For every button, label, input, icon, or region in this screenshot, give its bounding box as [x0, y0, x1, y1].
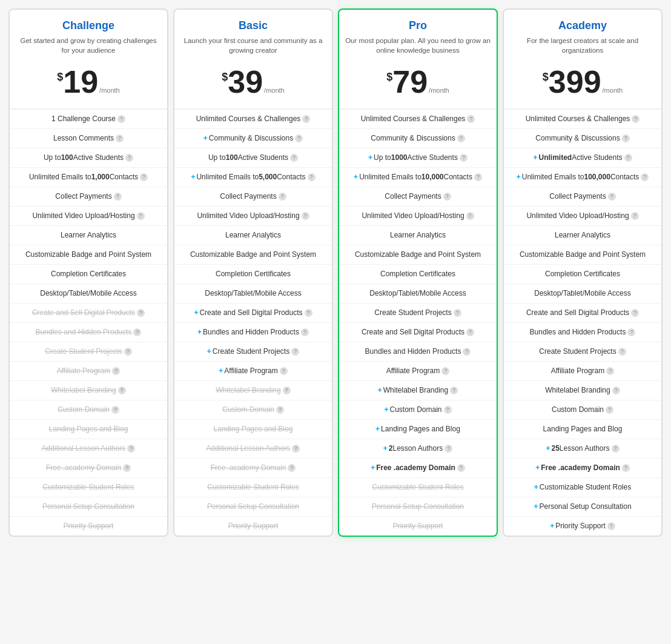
feature-item-challenge-0: 1 Challenge Course ? — [10, 109, 167, 128]
question-icon-basic-15[interactable]: ? — [276, 406, 284, 414]
question-icon-pro-1[interactable]: ? — [457, 134, 465, 142]
feature-item-challenge-17: Additional Lesson Authors ? — [10, 439, 167, 458]
question-icon-challenge-17[interactable]: ? — [127, 445, 135, 453]
plan-header-basic: BasicLaunch your first course and commun… — [174, 10, 332, 109]
question-icon-academy-17[interactable]: ? — [612, 445, 620, 453]
features-list-challenge: 1 Challenge Course ?Lesson Comments ?Up … — [10, 109, 167, 536]
feature-item-academy-8: Completion Certificates — [504, 264, 661, 284]
feature-item-basic-20: Personal Setup Consultation — [174, 497, 332, 516]
question-icon-academy-15[interactable]: ? — [606, 406, 613, 414]
question-icon-challenge-1[interactable]: ? — [116, 134, 124, 142]
question-icon-pro-2[interactable]: ? — [460, 154, 468, 162]
question-icon-basic-17[interactable]: ? — [292, 445, 300, 453]
question-icon-challenge-15[interactable]: ? — [111, 406, 119, 414]
question-icon-academy-2[interactable]: ? — [624, 154, 632, 162]
question-icon-basic-2[interactable]: ? — [290, 154, 298, 162]
question-icon-basic-13[interactable]: ? — [280, 367, 288, 375]
plan-header-pro: ProOur most popular plan. All you need t… — [339, 10, 497, 109]
price-month-academy: /month — [603, 87, 623, 94]
feature-item-academy-13: Affiliate Program ? — [504, 361, 661, 380]
question-icon-pro-4[interactable]: ? — [443, 193, 451, 201]
question-icon-academy-4[interactable]: ? — [608, 193, 616, 201]
question-icon-challenge-0[interactable]: ? — [117, 115, 125, 123]
question-icon-challenge-11[interactable]: ? — [133, 328, 141, 336]
question-icon-basic-0[interactable]: ? — [302, 115, 310, 123]
question-icon-academy-3[interactable]: ? — [641, 173, 649, 181]
price-number-basic: 39 — [228, 66, 263, 98]
feature-item-challenge-1: Lesson Comments ? — [10, 128, 167, 148]
question-icon-challenge-4[interactable]: ? — [114, 193, 122, 201]
plan-price-academy: $399/month — [510, 58, 655, 102]
bold-text-academy-2: Unlimited — [538, 153, 572, 163]
question-icon-pro-18[interactable]: ? — [457, 464, 465, 472]
plan-header-academy: AcademyFor the largest creators at scale… — [504, 10, 661, 109]
plus-icon-pro-3: + — [354, 173, 358, 182]
bold-text-pro-3: 10,000 — [421, 173, 444, 182]
question-icon-basic-3[interactable]: ? — [308, 173, 316, 181]
question-icon-pro-17[interactable]: ? — [445, 445, 452, 453]
question-icon-academy-12[interactable]: ? — [618, 348, 626, 356]
question-icon-challenge-12[interactable]: ? — [124, 348, 132, 356]
plan-name-basic: Basic — [180, 19, 326, 32]
question-icon-pro-5[interactable]: ? — [466, 212, 474, 220]
feature-item-challenge-3: Unlimited Emails to 1,000 Contacts ? — [10, 167, 167, 187]
question-icon-academy-13[interactable]: ? — [606, 367, 614, 375]
feature-item-academy-15: Custom Domain ? — [504, 400, 661, 419]
feature-item-academy-2: +Unlimited Active Students ? — [504, 148, 661, 167]
feature-item-academy-17: +25 Lesson Authors ? — [504, 439, 661, 458]
question-icon-pro-0[interactable]: ? — [467, 115, 475, 123]
feature-item-challenge-20: Personal Setup Consultation — [10, 497, 167, 516]
feature-item-academy-9: Desktop/Tablet/Mobile Access — [504, 284, 661, 303]
question-icon-pro-3[interactable]: ? — [474, 173, 482, 181]
question-icon-academy-10[interactable]: ? — [631, 309, 639, 317]
question-icon-academy-1[interactable]: ? — [622, 134, 630, 142]
plus-icon-pro-15: + — [384, 405, 388, 415]
plan-col-challenge: ChallengeGet started and grow by creatin… — [8, 8, 168, 537]
question-icon-challenge-18[interactable]: ? — [123, 464, 131, 472]
plan-col-academy: AcademyFor the largest creators at scale… — [503, 8, 663, 537]
plus-icon-basic-13: + — [219, 367, 223, 376]
question-icon-academy-0[interactable]: ? — [632, 115, 640, 123]
feature-item-pro-8: Completion Certificates — [339, 264, 497, 284]
question-icon-basic-10[interactable]: ? — [305, 309, 312, 317]
feature-item-pro-21: Priority Support — [339, 516, 497, 536]
question-icon-challenge-2[interactable]: ? — [125, 154, 133, 162]
feature-item-challenge-14: Whitelabel Branding ? — [10, 380, 167, 400]
question-icon-academy-11[interactable]: ? — [627, 328, 635, 336]
feature-item-challenge-9: Desktop/Tablet/Mobile Access — [10, 284, 167, 303]
feature-item-basic-11: +Bundles and Hidden Products ? — [174, 322, 332, 342]
bold-full-pro-18: Free .academy Domain — [376, 463, 455, 473]
question-icon-pro-13[interactable]: ? — [441, 367, 449, 375]
question-icon-basic-14[interactable]: ? — [283, 387, 291, 394]
question-icon-challenge-14[interactable]: ? — [118, 387, 126, 394]
question-icon-basic-11[interactable]: ? — [301, 328, 309, 336]
question-icon-challenge-13[interactable]: ? — [112, 367, 120, 375]
feature-item-challenge-13: Affiliate Program ? — [10, 361, 167, 380]
feature-item-pro-20: Personal Setup Consultation — [339, 497, 497, 516]
question-icon-academy-21[interactable]: ? — [607, 522, 615, 530]
question-icon-pro-10[interactable]: ? — [454, 309, 461, 317]
price-month-basic: /month — [264, 87, 285, 94]
feature-item-basic-15: Custom Domain ? — [174, 400, 332, 419]
question-icon-pro-12[interactable]: ? — [463, 348, 471, 356]
question-icon-basic-5[interactable]: ? — [302, 212, 309, 220]
question-icon-basic-1[interactable]: ? — [295, 134, 303, 142]
question-icon-academy-5[interactable]: ? — [631, 212, 639, 220]
question-icon-basic-12[interactable]: ? — [291, 348, 299, 356]
question-icon-pro-14[interactable]: ? — [450, 387, 458, 394]
feature-item-pro-3: +Unlimited Emails to 10,000 Contacts ? — [339, 167, 497, 187]
question-icon-pro-15[interactable]: ? — [444, 406, 452, 414]
question-icon-pro-11[interactable]: ? — [466, 328, 474, 336]
question-icon-basic-18[interactable]: ? — [288, 464, 296, 472]
question-icon-academy-14[interactable]: ? — [612, 387, 620, 394]
question-icon-challenge-10[interactable]: ? — [137, 309, 145, 317]
feature-item-academy-18: +Free .academy Domain ? — [504, 458, 661, 477]
question-icon-basic-4[interactable]: ? — [279, 193, 286, 201]
question-icon-challenge-3[interactable]: ? — [140, 173, 148, 181]
feature-item-challenge-6: Learner Analytics — [10, 225, 167, 245]
feature-item-basic-1: +Community & Discussions ? — [174, 128, 332, 148]
question-icon-challenge-5[interactable]: ? — [137, 212, 145, 220]
price-month-challenge: /month — [99, 87, 120, 94]
question-icon-academy-18[interactable]: ? — [622, 464, 630, 472]
plan-col-pro: ProOur most popular plan. All you need t… — [338, 8, 498, 537]
